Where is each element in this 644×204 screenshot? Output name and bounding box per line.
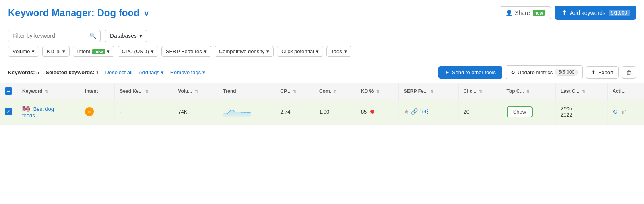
toolbar-right: ➤ Send to other tools ↻ Update metrics 5… (438, 65, 636, 79)
filter-chip-cpc[interactable]: CPC (USD) ▾ (118, 46, 158, 57)
th-kd[interactable]: KD % ⇅ (356, 83, 398, 99)
th-top-c[interactable]: Top C... ⇅ (502, 83, 555, 99)
filter-chip-serp[interactable]: SERP Features ▾ (161, 46, 211, 57)
title-chevron[interactable]: ∨ (144, 10, 149, 18)
chip-serp-label: SERP Features (166, 48, 202, 54)
chip-intent-new-badge: new (92, 49, 105, 54)
flag-icon: 🇺🇸 (22, 105, 30, 112)
header-actions: 👤 Share new ⬆ Add keywords 5/1,000 (500, 6, 636, 20)
filter-chip-volume[interactable]: Volume ▾ (8, 46, 39, 57)
share-button[interactable]: 👤 Share new (500, 6, 551, 19)
export-icon: ⬆ (591, 69, 596, 75)
chip-intent-label: Intent (77, 48, 91, 54)
show-button[interactable]: Show (507, 106, 533, 117)
clic-value: 20 (464, 109, 469, 115)
search-input[interactable] (12, 33, 87, 39)
serp-sort-icon: ⇅ (430, 89, 433, 94)
select-all-checkbox[interactable]: − (5, 87, 12, 95)
share-person-icon: 👤 (506, 10, 512, 16)
filter-chip-competitive[interactable]: Competitive density ▾ (215, 46, 274, 57)
serp-icons-group: ★ 🔗 +4 (404, 108, 454, 115)
delete-button[interactable]: 🗑 (622, 66, 636, 79)
search-icon-button[interactable]: 🔍 (89, 33, 96, 39)
export-button[interactable]: ⬆ Export (586, 66, 619, 79)
keywords-table-wrap: − Keyword ⇅ Intent Seed Ke... ⇅ Volu... (0, 83, 644, 125)
row-top-c-cell[interactable]: Show (502, 99, 555, 125)
chip-tags-label: Tags (331, 48, 342, 54)
top-c-sort-icon: ⇅ (526, 89, 530, 94)
th-acti: Acti... (607, 83, 644, 99)
filter-row-search: 🔍 Databases ▾ (8, 30, 636, 42)
volume-sort-icon: ⇅ (195, 89, 198, 94)
share-new-badge: new (533, 10, 545, 16)
th-com[interactable]: Com. ⇅ (314, 83, 356, 99)
chip-competitive-chevron: ▾ (266, 48, 269, 54)
row-trash-icon[interactable]: 🗑 (621, 108, 627, 115)
kd-indicator (370, 110, 374, 114)
link-icon: 🔗 (411, 108, 418, 115)
table-header-row: − Keyword ⇅ Intent Seed Ke... ⇅ Volu... (0, 83, 644, 99)
chip-tags-chevron: ▾ (344, 48, 347, 54)
filter-chip-intent[interactable]: Intent new ▾ (73, 46, 114, 57)
chip-volume-label: Volume (12, 48, 30, 54)
kd-sort-icon: ⇅ (376, 89, 380, 94)
databases-label: Databases (110, 33, 137, 39)
filter-chip-tags[interactable]: Tags ▾ (326, 46, 351, 57)
share-label: Share (515, 10, 530, 16)
row-cpc-cell: 2.74 (275, 99, 314, 125)
th-trend: Trend (218, 83, 275, 99)
search-input-wrap[interactable]: 🔍 (8, 30, 101, 42)
volume-value: 74K (178, 109, 187, 115)
selected-keywords-label: Selected keywords: 1 (45, 69, 99, 75)
update-metrics-button[interactable]: ↻ Update metrics 5/5,000 (506, 65, 583, 79)
row-action-cell: ↻ 🗑 (607, 99, 644, 125)
chip-kd-label: KD % (47, 48, 60, 54)
th-last-c[interactable]: Last C... ⇅ (555, 83, 607, 99)
export-label: Export (598, 69, 613, 75)
filter-chip-kd[interactable]: KD % ▾ (42, 46, 69, 57)
table-row: ✓ 🇺🇸 Best dogfoods c - 74K (0, 99, 644, 125)
chip-intent-chevron: ▾ (107, 48, 110, 54)
add-keywords-button[interactable]: ⬆ Add keywords 5/1,000 (555, 6, 636, 20)
row-clic-cell: 20 (458, 99, 502, 125)
row-checkbox-cell[interactable]: ✓ (0, 99, 17, 125)
filter-chips-row: Volume ▾ KD % ▾ Intent new ▾ CPC (USD) ▾… (8, 46, 636, 57)
cpc-value: 2.74 (280, 109, 290, 115)
add-keywords-icon: ⬆ (561, 9, 567, 17)
row-serp-cell: ★ 🔗 +4 (398, 99, 458, 125)
keywords-count-label: Keywords: 5 (8, 69, 39, 75)
remove-tags-link[interactable]: Remove tags ▾ (170, 69, 205, 75)
update-metrics-count: 5/5,000 (555, 69, 578, 76)
row-keyword-cell[interactable]: 🇺🇸 Best dogfoods (17, 99, 80, 125)
serp-plus-badge[interactable]: +4 (420, 109, 428, 114)
th-serp-fe[interactable]: SERP Fe... ⇅ (398, 83, 458, 99)
th-seed-ke[interactable]: Seed Ke... ⇅ (115, 83, 173, 99)
add-tags-link[interactable]: Add tags ▾ (139, 69, 164, 75)
row-trend-cell (218, 99, 275, 125)
th-keyword[interactable]: Keyword ⇅ (17, 83, 80, 99)
page-header: Keyword Manager: Dog food ∨ 👤 Share new … (0, 0, 644, 24)
filter-chip-click[interactable]: Click potential ▾ (277, 46, 323, 57)
row-seed-cell: - (115, 99, 173, 125)
chip-click-chevron: ▾ (316, 48, 319, 54)
toolbar-left: Keywords: 5 Selected keywords: 1 Deselec… (8, 69, 436, 75)
row-kd-cell: 85 (356, 99, 398, 125)
chip-kd-chevron: ▾ (62, 48, 65, 54)
th-clic[interactable]: Clic... ⇅ (458, 83, 502, 99)
deselect-all-link[interactable]: Deselect all (105, 69, 132, 75)
row-volume-cell: 74K (173, 99, 218, 125)
cp-sort-icon: ⇅ (293, 89, 296, 94)
row-refresh-icon[interactable]: ↻ (613, 108, 618, 116)
th-volume[interactable]: Volu... ⇅ (173, 83, 218, 99)
send-to-tools-button[interactable]: ➤ Send to other tools (438, 66, 502, 79)
com-value: 1.00 (319, 109, 329, 115)
toolbar-row: Keywords: 5 Selected keywords: 1 Deselec… (0, 61, 644, 83)
star-icon: ★ (404, 108, 409, 115)
row-checkbox[interactable]: ✓ (5, 108, 12, 115)
refresh-icon: ↻ (511, 69, 515, 75)
add-keywords-count: 5/1,000 (609, 10, 630, 16)
seed-sort-icon: ⇅ (145, 89, 149, 94)
th-checkbox[interactable]: − (0, 83, 17, 99)
databases-dropdown[interactable]: Databases ▾ (105, 30, 147, 42)
th-cp[interactable]: CP... ⇅ (275, 83, 314, 99)
